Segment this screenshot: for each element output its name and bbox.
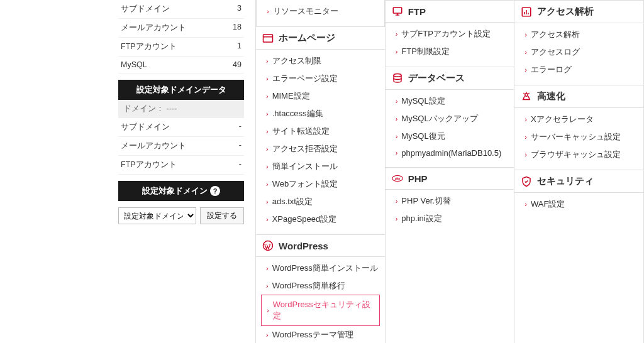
link-label: Webフォント設定: [272, 178, 338, 190]
link-wp-security[interactable]: ›WordPressセキュリティ設定: [261, 295, 380, 326]
link-label: Xアクセラレータ: [531, 114, 594, 125]
section-database: データベース ›MySQL設定›MySQLバックアップ›MySQL復元›phpm…: [386, 67, 514, 167]
section-header-access: アクセス解析: [514, 1, 643, 23]
ftp-link[interactable]: ›FTP制限設定: [386, 43, 514, 60]
access-link[interactable]: ›アクセス解析: [514, 26, 643, 43]
access-link[interactable]: ›アクセスログ: [514, 43, 643, 61]
stat-label: FTPアカウント: [121, 41, 177, 52]
homepage-link[interactable]: ›エラーページ設定: [256, 70, 385, 87]
database-link[interactable]: ›MySQL設定: [386, 92, 514, 110]
link-label: PHP Ver.切替: [401, 195, 451, 207]
homepage-link[interactable]: ›XPageSpeed設定: [256, 210, 385, 228]
stat-value: 3: [223, 4, 242, 14]
chevron-right-icon: ›: [525, 31, 527, 38]
link-label: アクセス解析: [531, 29, 580, 40]
database-link[interactable]: ›MySQL復元: [386, 128, 514, 145]
browser-icon: [262, 33, 274, 44]
section-title: PHP: [408, 173, 428, 184]
homepage-link[interactable]: ›ads.txt設定: [256, 193, 385, 210]
chevron-right-icon: ›: [267, 307, 269, 314]
link-label: phpmyadmin(MariaDB10.5): [401, 148, 501, 158]
section-access: アクセス解析 ›アクセス解析›アクセスログ›エラーログ: [514, 0, 643, 85]
chevron-right-icon: ›: [396, 150, 398, 156]
sidebar: サブドメイン3 メールアカウント18 FTPアカウント1 MySQL49 設定対…: [118, 0, 244, 343]
chevron-right-icon: ›: [266, 146, 269, 153]
chevron-right-icon: ›: [267, 8, 269, 15]
shield-icon: [521, 176, 532, 187]
chevron-right-icon: ›: [266, 332, 269, 339]
domain-data-header: 設定対象ドメインデータ: [118, 80, 244, 100]
stat-label: メールアカウント: [121, 141, 186, 151]
section-header-homepage: ホームページ: [256, 27, 385, 50]
access-link[interactable]: ›エラーログ: [514, 61, 643, 79]
link-label: MySQL設定: [401, 95, 445, 107]
link-label: .htaccess編集: [272, 108, 323, 119]
section-ftp: FTP ›サブFTPアカウント設定›FTP制限設定: [386, 0, 514, 67]
ftp-link[interactable]: ›サブFTPアカウント設定: [386, 25, 514, 43]
chevron-right-icon: ›: [396, 98, 398, 105]
link-resource-monitor[interactable]: ›リソースモニター: [257, 3, 384, 20]
stat-value: -: [223, 122, 242, 133]
svg-line-16: [529, 93, 530, 94]
security-link[interactable]: ›WAF設定: [514, 195, 643, 213]
chevron-right-icon: ›: [525, 116, 527, 123]
section-header-wordpress: WordPress: [256, 235, 385, 257]
homepage-link[interactable]: ›.htaccess編集: [256, 105, 385, 122]
link-wp-install[interactable]: ›WordPress簡単インストール: [256, 259, 385, 277]
stat-value: 18: [223, 23, 242, 33]
chevron-right-icon: ›: [266, 58, 269, 65]
link-label: サブFTPアカウント設定: [401, 28, 491, 40]
database-link[interactable]: ›MySQLバックアップ: [386, 110, 514, 128]
php-link[interactable]: ›php.ini設定: [386, 210, 514, 227]
link-label: MIME設定: [272, 90, 310, 102]
chevron-right-icon: ›: [525, 134, 527, 141]
homepage-link[interactable]: ›MIME設定: [256, 87, 385, 105]
target-domain-select[interactable]: 設定対象ドメイン:: [118, 207, 196, 224]
chevron-right-icon: ›: [266, 93, 269, 100]
chevron-right-icon: ›: [266, 265, 269, 272]
link-label: ads.txt設定: [272, 196, 313, 207]
php-icon: php: [392, 173, 403, 184]
speed-link[interactable]: ›ブラウザキャッシュ設定: [514, 146, 643, 163]
homepage-link[interactable]: ›簡単インストール: [256, 158, 385, 175]
database-link[interactable]: ›phpmyadmin(MariaDB10.5): [386, 145, 514, 161]
section-wordpress: WordPress ›WordPress簡単インストール ›WordPress簡…: [256, 234, 385, 343]
help-icon[interactable]: ?: [210, 186, 220, 196]
chevron-right-icon: ›: [266, 283, 269, 290]
set-domain-button[interactable]: 設定する: [200, 207, 244, 224]
speed-link[interactable]: ›サーバーキャッシュ設定: [514, 128, 643, 146]
stat-row: MySQL49: [118, 57, 244, 74]
section-header-security: セキュリティ: [514, 170, 643, 193]
stat-label: サブドメイン: [121, 122, 170, 133]
link-wp-migrate[interactable]: ›WordPress簡単移行: [256, 277, 385, 295]
php-link[interactable]: ›PHP Ver.切替: [386, 192, 514, 210]
stat-label: MySQL: [121, 60, 147, 69]
chevron-right-icon: ›: [266, 163, 269, 170]
link-label: php.ini設定: [401, 213, 441, 224]
column-homepage-wordpress: ›リソースモニター ホームページ ›アクセス制限›エラーページ設定›MIME設定…: [255, 0, 385, 343]
stat-row: FTPアカウント-: [118, 156, 244, 175]
section-title: アクセス解析: [537, 6, 594, 18]
section-header-speed: 高速化: [514, 85, 643, 108]
link-label: アクセス制限: [272, 55, 321, 67]
section-title: FTP: [408, 6, 426, 17]
chevron-right-icon: ›: [396, 31, 398, 38]
stat-value: 1: [223, 41, 242, 52]
link-label: ブラウザキャッシュ設定: [531, 149, 621, 160]
link-label: サイト転送設定: [272, 126, 330, 137]
account-stats: サブドメイン3 メールアカウント18 FTPアカウント1 MySQL49: [118, 0, 244, 74]
speed-link[interactable]: ›Xアクセラレータ: [514, 111, 643, 128]
homepage-link[interactable]: ›Webフォント設定: [256, 175, 385, 193]
homepage-link[interactable]: ›アクセス制限: [256, 52, 385, 70]
section-homepage: ホームページ ›アクセス制限›エラーページ設定›MIME設定›.htaccess…: [256, 26, 385, 234]
section-speed: 高速化 ›Xアクセラレータ›サーバーキャッシュ設定›ブラウザキャッシュ設定: [514, 85, 643, 170]
section-security: セキュリティ ›WAF設定: [514, 170, 643, 219]
wordpress-icon: [262, 240, 274, 251]
domain-stats: サブドメイン- メールアカウント- FTPアカウント-: [118, 118, 244, 175]
section-title: ホームページ: [279, 32, 335, 44]
database-icon: [392, 73, 403, 84]
link-wp-theme[interactable]: ›WordPressテーマ管理: [256, 326, 385, 343]
homepage-link[interactable]: ›アクセス拒否設定: [256, 140, 385, 158]
homepage-link[interactable]: ›サイト転送設定: [256, 122, 385, 140]
section-title: データベース: [408, 72, 465, 84]
